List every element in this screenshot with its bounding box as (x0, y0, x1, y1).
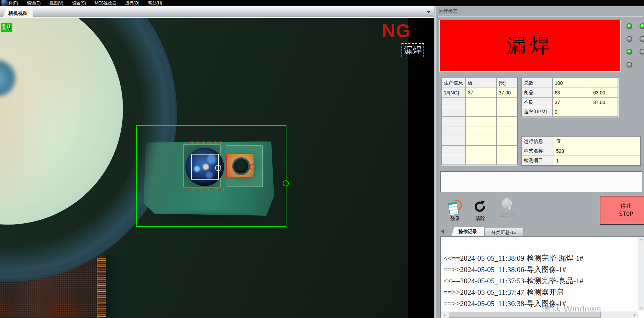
status-led (626, 49, 632, 55)
roi-notch (215, 165, 221, 171)
roi-box-pass (191, 154, 219, 180)
menu-view[interactable]: 视图(V) (45, 0, 68, 6)
status-led (640, 23, 644, 29)
login-button[interactable]: 登录 (444, 199, 466, 229)
app-window: 文件(F) 编辑(E) 视图(V) 设置(S) MES连接器 运行(O) 帮助(… (0, 0, 644, 318)
camera-black-margin (408, 18, 434, 318)
row-header: 不良 (522, 98, 553, 107)
col-header: 值 (466, 78, 497, 88)
operation-log[interactable]: <<==2024-05-05_11:38:09-检测完毕-漏焊-1# ==>>2… (440, 236, 644, 318)
col-header: 生产信息 (442, 78, 466, 88)
horizontal-scrollbar[interactable]: ◄ ► (441, 311, 638, 318)
percent-cell (591, 78, 618, 88)
badge-icon (448, 199, 462, 214)
panel-title: 运行状态 (438, 8, 457, 14)
row-header: 程式名称 (522, 146, 554, 156)
status-led (626, 62, 632, 68)
table-row: 不良 37 37.00 (522, 98, 618, 107)
percent-cell: 63.00 (591, 88, 618, 98)
table-row: 1#[NG] 37 37.00 (442, 88, 517, 98)
value-cell: 523 (554, 146, 641, 156)
table-row: 检测项目 1 (522, 156, 641, 166)
row-header: 检测项目 (522, 156, 554, 166)
stop-button[interactable]: 停止 STOP (600, 196, 644, 225)
roi-notch (283, 180, 289, 186)
log-entry: <<==2024-05-05_11:38:09-检测完毕-漏焊-1# (443, 253, 583, 263)
row-header: 总数 (522, 78, 553, 88)
row-header: 良品 (522, 88, 553, 98)
stop-label-cn: 停止 (620, 202, 632, 210)
defect-name-tag: 漏焊 (402, 43, 424, 57)
menu-mes-connector[interactable]: MES连接器 (90, 0, 121, 6)
table-row (442, 117, 517, 126)
table-row (442, 136, 517, 146)
col-header: 运行信息 (522, 137, 554, 146)
menu-settings[interactable]: 设置(S) (68, 0, 90, 6)
roi-notch (250, 164, 256, 170)
tab-camera-view[interactable]: 相机视图 (3, 8, 33, 18)
bulb-icon (502, 198, 511, 210)
log-entry: ==>>2024-05-05_11:38:06-导入图像-1# (443, 264, 566, 274)
app-logo-icon[interactable] (1, 0, 8, 6)
log-entry: <<==2024-05-05_11:37:53-检测完毕-良品-1# (443, 276, 583, 286)
clear-label: 清除 (475, 216, 485, 222)
percent-cell: 37.00 (497, 88, 517, 98)
camera-tab-strip: 相机视图 (0, 6, 434, 18)
table-header-row: 运行信息 值 (522, 137, 641, 146)
cable-shadow (106, 255, 121, 318)
value-cell: 37 (553, 98, 591, 107)
log-entry: ==>>2024-05-05_11:37:47-检测器开启 (443, 287, 564, 297)
circular-arrow-icon (474, 199, 487, 214)
totals-table: 总数 100 良品 63 63.00 不良 37 37.00 速率[UPM] 0 (521, 78, 618, 117)
table-row (442, 155, 517, 165)
menu-run[interactable]: 运行(O) (121, 0, 144, 6)
table-header-row: 生产信息 值 [%] (442, 78, 517, 88)
menu-bar: 文件(F) 编辑(E) 视图(V) 设置(S) MES连接器 运行(O) 帮助(… (0, 0, 644, 6)
value-cell: 100 (553, 78, 591, 88)
value-cell: 37 (466, 88, 497, 98)
chevron-down-icon[interactable] (426, 11, 431, 13)
table-row (442, 107, 517, 117)
menu-help[interactable]: 帮助(H) (144, 0, 167, 6)
stop-label-en: STOP (619, 210, 633, 218)
row-header: 速率[UPM] (522, 107, 553, 117)
menu-edit[interactable]: 编辑(E) (22, 0, 45, 6)
row-header: 1#[NG] (442, 88, 466, 98)
camera-view: 1# NG 漏焊 (0, 18, 434, 318)
table-row: 速率[UPM] 0 (522, 107, 618, 117)
production-table: 生产信息 值 [%] 1#[NG] 37 37.00 (441, 78, 518, 165)
roi-box-fail (226, 154, 253, 179)
table-row (442, 98, 517, 107)
percent-cell: 37.00 (591, 98, 618, 107)
scroll-left-icon[interactable]: ◄ (441, 313, 448, 317)
status-led (626, 23, 632, 29)
tab-category-summary[interactable]: 分类汇总-1# (484, 228, 523, 237)
led-light-label: LED 灯 (499, 212, 515, 218)
camera-id-badge: 1# (1, 23, 12, 32)
table-row (442, 146, 517, 155)
scrollbar-thumb[interactable] (449, 312, 601, 318)
tab-operation-log[interactable]: 操作记录 (451, 227, 484, 237)
login-label: 登录 (450, 216, 460, 222)
scroll-right-icon[interactable]: ► (632, 313, 638, 317)
groupbox-border (437, 16, 643, 16)
status-led (640, 36, 644, 42)
table-row: 程式名称 523 (522, 146, 641, 156)
status-led (626, 36, 632, 42)
table-row: 良品 63 63.00 (522, 88, 618, 98)
value-cell: 0 (553, 107, 591, 117)
message-textbox[interactable] (440, 171, 642, 192)
result-ng-label: NG (382, 20, 411, 41)
clear-button[interactable]: 清除 (469, 199, 491, 229)
led-light-button[interactable]: LED 灯 (496, 198, 518, 228)
value-cell: 1 (554, 156, 641, 166)
groupbox-border (437, 16, 438, 317)
alarm-banner: 漏焊 (439, 20, 621, 72)
status-led (640, 49, 644, 55)
tab-scroll-left-icon[interactable] (441, 229, 444, 234)
run-info-table: 运行信息 值 程式名称 523 检测项目 1 (521, 136, 641, 166)
status-panel: 运行状态 漏焊 生产信息 值 [%] 1#[NG] 37 3 (436, 6, 644, 318)
percent-cell (591, 107, 618, 117)
vertical-scrollbar[interactable]: ▲▼ (638, 237, 644, 311)
table-row: 总数 100 (522, 78, 618, 88)
